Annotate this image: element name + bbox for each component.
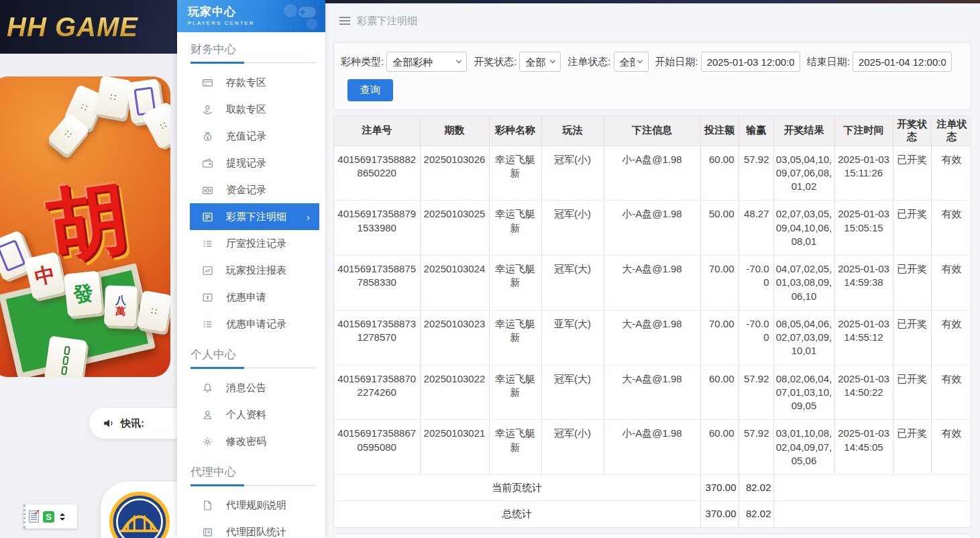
- summary-label: 总统计: [334, 501, 700, 527]
- draw-status-label: 开奖状态:: [474, 56, 516, 68]
- sidebar-item-profile[interactable]: 个人资料: [177, 401, 325, 428]
- gamepad-icon: [273, 3, 320, 32]
- sidebar-item-player-bet-report[interactable]: 玩家投注报表: [177, 257, 325, 284]
- table-row: 401569173588731278570 20250103023 幸运飞艇新 …: [334, 310, 972, 365]
- main-content: 彩票下注明细 彩种类型: 全部彩种 开奖状态: 全部 注单状态: 全部 开始日期…: [325, 0, 980, 538]
- column-header: 投注额: [700, 116, 739, 146]
- column-header: 期数: [420, 116, 489, 146]
- lottery-type-select[interactable]: 全部彩种: [386, 52, 467, 72]
- person-icon: [202, 409, 213, 421]
- breadcrumb: 彩票下注明细: [325, 3, 980, 38]
- wallet-icon: [202, 158, 213, 169]
- lottery-type-label: 彩种类型:: [341, 56, 384, 68]
- warriors-logo: [109, 491, 170, 538]
- coupon-icon: [202, 292, 213, 303]
- start-date-label: 开始日期:: [655, 56, 698, 68]
- document-icon: [202, 500, 213, 511]
- column-header: 注单号: [334, 116, 420, 146]
- start-date-input[interactable]: [701, 52, 800, 72]
- column-header: 输赢: [739, 116, 773, 146]
- hamburger-icon[interactable]: [339, 17, 350, 25]
- section-divider: [190, 484, 316, 486]
- draw-status-select[interactable]: 全部: [519, 52, 561, 72]
- chart-report-icon: [202, 265, 213, 276]
- page-title: 彩票下注明细: [357, 15, 417, 28]
- column-header: 下注信息: [604, 116, 700, 146]
- summary-row-current-page: 当前页统计 370.00 82.02: [334, 475, 972, 501]
- section-title-personal: 个人中心: [177, 337, 325, 362]
- column-header: 开奖状态: [893, 116, 931, 146]
- table-row: 401569173588828650220 20250103026 幸运飞艇新 …: [334, 146, 972, 201]
- bets-table-card: 注单号 期数 彩种名称 玩法 下注信息 投注额 输赢 开奖结果 下注时间 开奖状…: [333, 115, 971, 528]
- sidebar-item-withdraw-records[interactable]: 提现记录: [177, 150, 325, 176]
- ticker-label: 快讯:: [121, 417, 144, 430]
- sidebar-item-announcements[interactable]: 消息公告: [177, 374, 325, 401]
- column-header: 玩法: [541, 116, 604, 146]
- column-header: 下注时间: [834, 116, 893, 146]
- sidebar-item-withdraw[interactable]: 取款专区: [177, 96, 325, 123]
- sidebar-item-promo-apply[interactable]: 优惠申请: [177, 284, 325, 311]
- section-divider: [190, 367, 316, 369]
- green-s-icon[interactable]: S: [43, 511, 54, 523]
- bell-icon: [202, 382, 213, 394]
- table-row: 401569173588791533980 20250103025 幸运飞艇新 …: [334, 201, 972, 256]
- summary-row-total: 总统计 370.00 82.02: [334, 501, 972, 527]
- mahjong-tile: ∷: [136, 290, 170, 333]
- sidebar-header: 玩家中心 PLAYERS CENTER: [177, 0, 325, 32]
- sidebar-item-agent-team-stats[interactable]: 代理团队统计: [177, 519, 325, 538]
- sidebar-item-deposit[interactable]: 存款专区: [177, 69, 325, 96]
- bet-status-select[interactable]: 全部: [614, 52, 649, 72]
- money-bag-icon: [202, 131, 213, 142]
- toolbar-collapse-arrows[interactable]: [60, 513, 65, 521]
- notepad-check-icon[interactable]: [29, 510, 39, 523]
- player-center-sidebar: 玩家中心 PLAYERS CENTER 财务中心 存款专区 取款专区 充值记录 …: [177, 0, 325, 538]
- bets-table: 注单号 期数 彩种名称 玩法 下注信息 投注额 输赢 开奖结果 下注时间 开奖状…: [334, 116, 972, 527]
- news-ticker[interactable]: 快讯:: [89, 408, 177, 439]
- query-button[interactable]: 查询: [347, 79, 393, 101]
- bank-card-icon: [202, 77, 213, 89]
- table-row: 401569173588702274260 20250103022 幸运飞艇新 …: [334, 365, 972, 420]
- end-date-label: 结束日期:: [807, 56, 850, 68]
- site-logo: HH GAME: [0, 12, 138, 42]
- site-logo-bar: HH GAME: [0, 0, 177, 54]
- mahjong-tile-fa: 發: [64, 270, 103, 317]
- table-row: 401569173588757858330 20250103024 幸运飞艇新 …: [334, 256, 972, 311]
- pagination-bar: 每页显示20条 共6条 首页 上一页 [1] 下一页 第 页 跳转: [333, 533, 971, 538]
- table-row: 401569173588670595080 20250103021 幸运飞艇新 …: [334, 420, 972, 475]
- section-title-finance: 财务中心: [177, 32, 325, 57]
- sidebar-item-recharge-records[interactable]: 充值记录: [177, 123, 325, 150]
- sidebar-item-change-password[interactable]: 修改密码: [177, 428, 325, 455]
- speaker-icon: [103, 417, 115, 429]
- column-header: 彩种名称: [489, 116, 541, 146]
- book-stats-icon: [202, 527, 213, 538]
- nba-news-card[interactable]: NB 官: [101, 482, 177, 538]
- bet-list-icon: [202, 211, 213, 223]
- list-bullets-icon: [202, 319, 213, 330]
- mahjong-tile: ∷: [95, 76, 131, 119]
- floating-toolbar[interactable]: S: [23, 504, 77, 529]
- mahjong-promo-banner: ∷ ∷ ∷ ∷ 胡 中 發 八 萬 ∷: [0, 76, 170, 377]
- gear-icon: [202, 436, 213, 447]
- bet-status-label: 注单状态:: [567, 56, 610, 68]
- mahjong-tile-strings: [44, 335, 88, 377]
- column-header: 注单状态: [931, 116, 972, 146]
- site-background: HH GAME ∷ ∷ ∷ ∷ 胡 中 發 八 萬 ∷ 快讯:: [0, 0, 177, 538]
- mahjong-tile-bawan: 八 萬: [104, 285, 138, 327]
- hand-coin-icon: [202, 104, 213, 115]
- section-title-agent: 代理中心: [177, 455, 325, 480]
- filter-panel: 彩种类型: 全部彩种 开奖状态: 全部 注单状态: 全部 开始日期: 结束日期:…: [333, 42, 971, 110]
- sidebar-item-promo-apply-records[interactable]: 优惠申请记录: [177, 311, 325, 337]
- column-header: 开奖结果: [773, 116, 834, 146]
- table-header-row: 注单号 期数 彩种名称 玩法 下注信息 投注额 输赢 开奖结果 下注时间 开奖状…: [334, 116, 972, 146]
- section-divider: [190, 62, 316, 64]
- list-bullets-icon: [202, 238, 213, 250]
- summary-label: 当前页统计: [334, 475, 700, 501]
- banknote-icon: [202, 184, 213, 196]
- chevron-right-icon: ›: [307, 211, 310, 223]
- sidebar-item-funds-records[interactable]: 资金记录: [177, 176, 325, 203]
- sidebar-item-hall-bet-records[interactable]: 厅室投注记录: [177, 230, 325, 257]
- sidebar-item-lottery-bet-details[interactable]: 彩票下注明细 ›: [190, 203, 319, 230]
- end-date-input[interactable]: [853, 52, 952, 72]
- sidebar-item-agent-rules[interactable]: 代理规则说明: [177, 492, 325, 519]
